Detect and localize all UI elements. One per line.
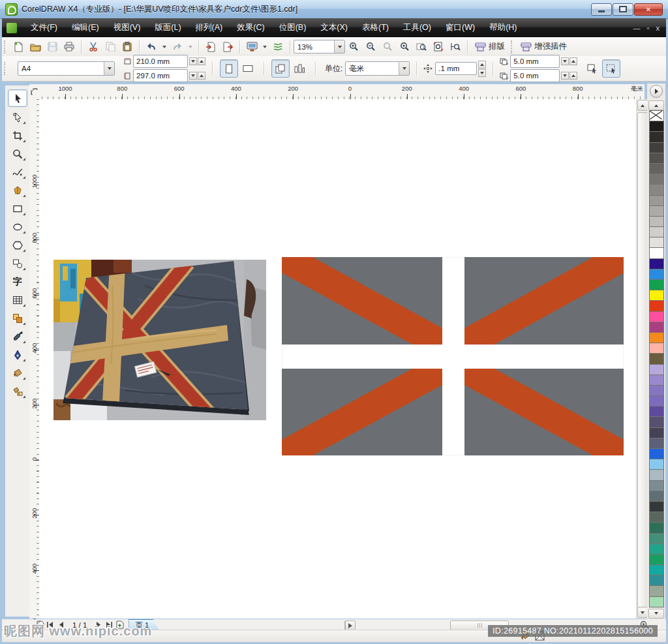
toolbar-grip[interactable] bbox=[4, 40, 8, 54]
color-swatch[interactable] bbox=[649, 142, 664, 153]
drawing-canvas[interactable] bbox=[39, 99, 636, 619]
color-swatch[interactable] bbox=[649, 438, 664, 449]
color-swatch[interactable] bbox=[649, 385, 664, 396]
zoom-level-combo[interactable]: 13% bbox=[294, 40, 345, 54]
cut-button[interactable] bbox=[85, 39, 101, 55]
color-swatch[interactable] bbox=[649, 332, 664, 343]
scroll-down-button[interactable] bbox=[637, 607, 648, 618]
zoom-to-page-button[interactable] bbox=[431, 39, 446, 55]
table-tool[interactable] bbox=[8, 292, 27, 308]
ellipse-tool[interactable] bbox=[8, 219, 27, 235]
color-swatch[interactable] bbox=[649, 364, 664, 375]
eyedropper-tool[interactable] bbox=[8, 328, 27, 345]
color-swatch[interactable] bbox=[649, 480, 664, 491]
color-swatch[interactable] bbox=[649, 195, 664, 206]
menu-item[interactable]: 帮助(H) bbox=[482, 18, 524, 37]
color-swatch[interactable] bbox=[649, 174, 664, 185]
new-document-button[interactable] bbox=[10, 39, 26, 55]
paper-preset-combo[interactable]: A4 bbox=[18, 61, 115, 76]
menu-item[interactable]: 位图(B) bbox=[272, 18, 314, 37]
enhance-plugin-button[interactable]: 增强插件 bbox=[517, 40, 571, 54]
color-swatch[interactable] bbox=[649, 353, 664, 364]
palette-scroll-down[interactable] bbox=[648, 609, 664, 619]
zoom-selected-button[interactable] bbox=[397, 39, 412, 55]
duplicate-y-field[interactable]: 5.0 mm bbox=[510, 69, 560, 82]
no-color-swatch[interactable] bbox=[649, 110, 664, 121]
horizontal-ruler[interactable]: 毫米 10008006004002000200400600800 bbox=[39, 84, 645, 100]
welcome-screen-button[interactable] bbox=[270, 39, 286, 55]
text-tool[interactable]: 字 bbox=[8, 273, 27, 290]
color-swatch[interactable] bbox=[649, 575, 664, 586]
copy-button[interactable] bbox=[102, 39, 118, 55]
color-swatch[interactable] bbox=[649, 406, 664, 417]
color-swatch[interactable] bbox=[649, 343, 664, 354]
save-button[interactable] bbox=[44, 39, 60, 55]
color-swatch[interactable] bbox=[649, 427, 664, 438]
color-swatch[interactable] bbox=[649, 596, 664, 607]
color-swatch[interactable] bbox=[649, 216, 664, 227]
color-swatch[interactable] bbox=[649, 522, 664, 533]
freehand-tool[interactable] bbox=[8, 164, 27, 180]
menu-item[interactable]: 文件(F) bbox=[23, 18, 65, 37]
export-button[interactable] bbox=[220, 39, 235, 55]
dup-y-up[interactable] bbox=[569, 72, 577, 80]
menu-item[interactable]: 文本(X) bbox=[313, 18, 355, 37]
rectangle-tool[interactable] bbox=[8, 200, 27, 217]
color-swatch[interactable] bbox=[649, 121, 664, 132]
menu-item[interactable]: 窗口(W) bbox=[438, 18, 482, 37]
menu-item[interactable]: 工具(O) bbox=[396, 18, 438, 37]
paper-height-field[interactable]: 297.0 mm bbox=[133, 69, 188, 82]
print-button[interactable] bbox=[61, 39, 77, 55]
color-swatch[interactable] bbox=[649, 258, 664, 269]
doc-close-button[interactable]: x bbox=[656, 24, 660, 32]
ruler-origin[interactable] bbox=[29, 84, 39, 99]
menu-item[interactable]: 表格(T) bbox=[355, 18, 396, 37]
smart-fill-tool[interactable] bbox=[8, 182, 27, 198]
shape-tool[interactable] bbox=[8, 109, 27, 125]
undo-button[interactable] bbox=[144, 39, 159, 55]
color-swatch[interactable] bbox=[649, 544, 664, 555]
redo-button[interactable] bbox=[170, 39, 185, 55]
application-launcher-button[interactable] bbox=[244, 39, 260, 55]
color-swatch[interactable] bbox=[649, 459, 664, 470]
landscape-button[interactable] bbox=[239, 60, 256, 77]
all-pages-button[interactable] bbox=[271, 59, 290, 78]
import-button[interactable] bbox=[203, 39, 219, 55]
polygon-tool[interactable] bbox=[8, 237, 27, 253]
color-swatch[interactable] bbox=[649, 153, 664, 164]
zoom-all-objects-button[interactable] bbox=[414, 39, 429, 55]
basic-shapes-tool[interactable] bbox=[8, 255, 27, 271]
color-swatch[interactable] bbox=[649, 163, 664, 174]
dup-x-down[interactable] bbox=[561, 57, 569, 65]
color-swatch[interactable] bbox=[649, 554, 664, 565]
menu-item[interactable]: 视图(V) bbox=[106, 18, 148, 37]
paste-button[interactable] bbox=[119, 39, 135, 55]
color-swatch[interactable] bbox=[649, 416, 664, 427]
doc-minimize-button[interactable]: — bbox=[633, 24, 641, 32]
zoom-combo-arrow[interactable] bbox=[334, 40, 344, 53]
photo-flag-object[interactable] bbox=[53, 260, 266, 420]
menu-item[interactable]: 版面(L) bbox=[147, 18, 188, 37]
color-swatch[interactable] bbox=[649, 395, 664, 406]
color-swatch[interactable] bbox=[649, 512, 664, 523]
nudge-down[interactable] bbox=[478, 69, 486, 77]
undo-dropdown[interactable] bbox=[160, 39, 168, 55]
marquee-select-button[interactable] bbox=[602, 59, 620, 78]
color-swatch[interactable] bbox=[649, 279, 664, 290]
dup-y-down[interactable] bbox=[561, 72, 569, 80]
color-swatch[interactable] bbox=[649, 322, 664, 333]
redo-dropdown[interactable] bbox=[187, 39, 194, 55]
zoom-out-button[interactable] bbox=[363, 39, 378, 55]
scroll-right-button[interactable] bbox=[345, 621, 356, 630]
minimize-button[interactable] bbox=[591, 3, 612, 16]
color-swatch[interactable] bbox=[649, 448, 664, 459]
color-swatch[interactable] bbox=[649, 300, 664, 311]
vertical-ruler[interactable]: 10008006004002000200400600 bbox=[29, 99, 40, 619]
interactive-fill-tool[interactable] bbox=[8, 383, 27, 399]
menu-item[interactable]: 编辑(E) bbox=[65, 18, 106, 37]
menu-item[interactable]: 效果(C) bbox=[230, 18, 271, 37]
color-swatch[interactable] bbox=[649, 226, 664, 238]
duplicate-x-field[interactable]: 5.0 mm bbox=[510, 55, 560, 68]
zoom-to-width-button[interactable] bbox=[448, 39, 463, 55]
zoom-tool[interactable] bbox=[8, 146, 27, 162]
